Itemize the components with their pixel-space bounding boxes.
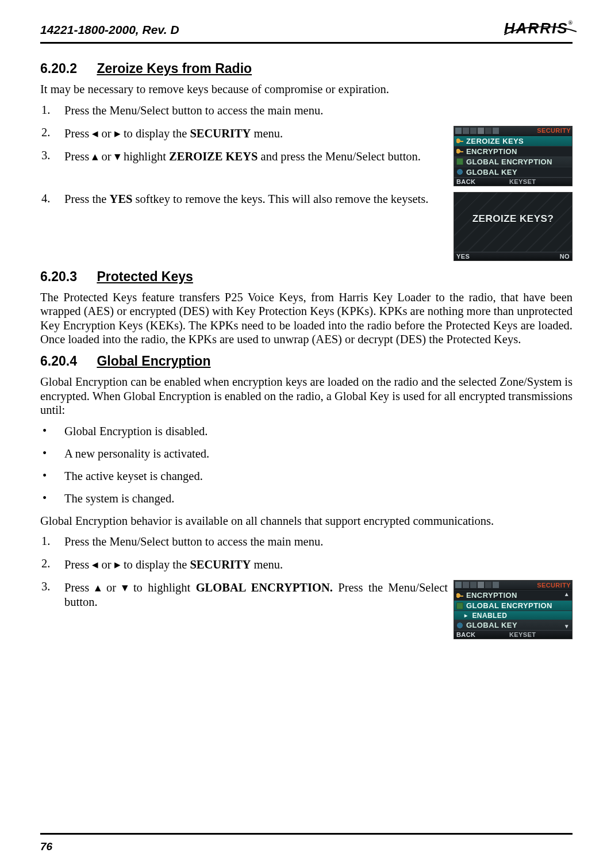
softkey-left: BACK (456, 631, 475, 638)
scroll-up-icon: ▲ (564, 591, 570, 597)
step-2: 2. Press ◂ or ▸ to display the SECURITY … (40, 126, 448, 141)
left-arrow-icon: ◂ (92, 126, 98, 140)
step-number: 1. (40, 535, 64, 548)
step-number: 3. (40, 149, 64, 162)
registered-icon: ® (568, 20, 573, 26)
paragraph: The Protected Keys feature transfers P25… (40, 290, 573, 347)
status-icons (455, 128, 499, 134)
softkey-center: KEYSET (509, 178, 536, 185)
status-icon (463, 128, 469, 134)
status-icon (470, 128, 477, 134)
step-3: 3. Press ▴ or ▾ highlight ZEROIZE KEYS a… (40, 149, 448, 164)
paragraph: Global Encryption can be enabled when en… (40, 375, 573, 417)
section-title: Zeroize Keys from Radio (97, 61, 252, 76)
globe-icon (456, 168, 463, 175)
confirm-text: ZEROIZE KEYS? (454, 213, 572, 225)
list-item: • The system is changed. (40, 491, 573, 506)
status-icon (485, 128, 491, 134)
page-number: 76 (40, 840, 52, 853)
chevron-background (454, 193, 572, 260)
header-rule (40, 42, 573, 44)
lock-icon (456, 158, 463, 165)
softkey-center: KEYSET (509, 631, 536, 638)
step-number: 4. (40, 192, 64, 205)
step-text: Press the Menu/Select button to access t… (64, 103, 573, 118)
section-title: Protected Keys (97, 269, 193, 284)
status-icons (455, 582, 499, 588)
up-arrow-icon: ▴ (95, 581, 101, 594)
bullet-icon: • (40, 424, 64, 437)
key-icon (456, 137, 463, 144)
menu-subrow: ▸ENABLED (454, 610, 572, 620)
list-item: • A new personality is activated. (40, 447, 573, 461)
lock-icon (456, 602, 463, 609)
globe-icon (456, 622, 463, 629)
key-icon (456, 148, 463, 155)
step-3-with-screen: 3. Press ▴ or ▾ to highlight GLOBAL ENCR… (40, 580, 573, 639)
bullet-icon: • (40, 469, 64, 482)
list-text: The active keyset is changed. (64, 469, 573, 483)
list-item: • Global Encryption is disabled. (40, 424, 573, 439)
radio-screen-zeroize-confirm: ZEROIZE KEYS? YES NO (454, 192, 573, 261)
list-text: The system is changed. (64, 491, 573, 506)
status-icon (455, 128, 462, 134)
intro-paragraph: It may be necessary to remove keys becau… (40, 82, 573, 97)
section-heading-6-20-2: 6.20.2 Zeroize Keys from Radio (40, 61, 573, 76)
menu-row: GLOBAL ENCRYPTION (454, 600, 572, 610)
list-item: • The active keyset is changed. (40, 469, 573, 483)
status-icon (478, 582, 484, 588)
status-icon (455, 582, 462, 588)
brand-logo: HARRIS® (504, 20, 573, 37)
section-heading-6-20-3: 6.20.3 Protected Keys (40, 269, 573, 285)
softkey-bar: YES NO (454, 252, 572, 260)
scroll-down-icon: ▼ (564, 623, 570, 629)
status-icon (485, 582, 491, 588)
step-2: 2. Press ◂ or ▸ to display the SECURITY … (40, 557, 573, 572)
document-id: 14221-1800-2000, Rev. D (40, 23, 179, 37)
section-number: 6.20.3 (40, 269, 93, 285)
menu-row: ENCRYPTION (454, 146, 572, 156)
step-1: 1. Press the Menu/Select button to acces… (40, 103, 573, 118)
footer-rule (40, 833, 573, 835)
step-text: Press ◂ or ▸ to display the SECURITY men… (64, 557, 573, 572)
status-icon (478, 128, 484, 134)
radio-screen-zeroize-menu: SECURITY ZEROIZE KEYS ENCRYPTION GLOBAL … (454, 126, 573, 186)
radio-screen-global-encryption: SECURITY ▲ ENCRYPTION GLOBAL ENCRYPTION … (454, 580, 573, 639)
softkey-bar: BACK KEYSET (454, 177, 572, 186)
step-text: Press the YES softkey to remove the keys… (64, 192, 448, 206)
section-heading-6-20-4: 6.20.4 Global Encryption (40, 354, 573, 369)
softkey-right: NO (560, 253, 570, 260)
section-number: 6.20.4 (40, 354, 93, 369)
step-text: Press ▴ or ▾ to highlight GLOBAL ENCRYPT… (64, 580, 448, 609)
screen-title: SECURITY (537, 582, 571, 589)
right-arrow-icon: ▸ (114, 558, 121, 571)
down-arrow-icon: ▾ (122, 581, 128, 594)
menu-row: GLOBAL KEY (454, 620, 572, 630)
step-text: Press ▴ or ▾ highlight ZEROIZE KEYS and … (64, 149, 448, 164)
status-icon (493, 582, 499, 588)
step-number: 2. (40, 557, 64, 570)
bullet-icon: • (40, 491, 64, 505)
status-icon (470, 582, 477, 588)
list-text: A new personality is activated. (64, 447, 573, 461)
left-arrow-icon: ◂ (92, 558, 98, 571)
page-header: 14221-1800-2000, Rev. D HARRIS® (40, 23, 573, 41)
step-number: 2. (40, 126, 64, 139)
step-1: 1. Press the Menu/Select button to acces… (40, 535, 573, 549)
list-text: Global Encryption is disabled. (64, 424, 573, 439)
sub-arrow-icon: ▸ (464, 612, 467, 619)
menu-row: GLOBAL ENCRYPTION (454, 156, 572, 167)
menu-row: GLOBAL KEY (454, 167, 572, 177)
bullet-icon: • (40, 447, 64, 460)
step-number: 3. (40, 580, 64, 593)
up-arrow-icon: ▴ (92, 149, 98, 163)
key-icon (456, 592, 463, 599)
section-number: 6.20.2 (40, 61, 93, 76)
step-text: Press the Menu/Select button to access t… (64, 535, 573, 549)
section-title: Global Encryption (97, 354, 210, 368)
menu-row: ZEROIZE KEYS (454, 136, 572, 146)
menu-row: ENCRYPTION (454, 590, 572, 600)
brand-text: HARRIS (504, 20, 568, 37)
step-text: Press ◂ or ▸ to display the SECURITY men… (64, 126, 448, 141)
bullet-list: • Global Encryption is disabled. • A new… (40, 424, 573, 506)
